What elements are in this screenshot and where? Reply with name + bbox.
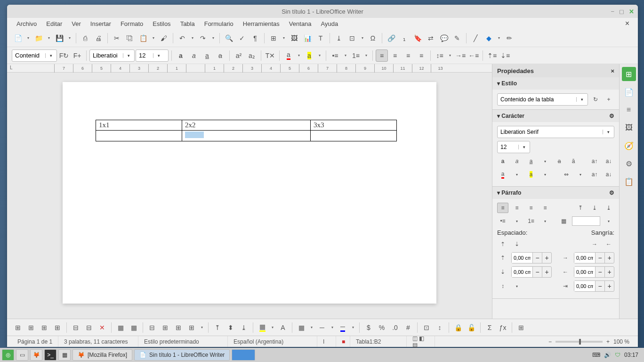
gear-icon[interactable]: ⚙ (609, 189, 614, 196)
delete-table-button[interactable]: ✕ (96, 321, 108, 334)
menu-estilos[interactable]: Estilos (149, 19, 174, 28)
taskbar-firefox[interactable]: 🦊 [Mozilla Firefox] (72, 349, 132, 361)
new-style-side-button[interactable]: + (603, 94, 614, 105)
table-cell[interactable]: 2x2 (182, 120, 310, 131)
valign-top-button[interactable]: ⤒ (211, 321, 224, 334)
number-format-percent-button[interactable]: % (376, 321, 388, 334)
side-vert-center-button[interactable]: ⤓ (589, 203, 600, 213)
paste-button[interactable]: 📋 (137, 32, 149, 44)
sidebar-close-button[interactable]: × (611, 67, 614, 74)
side-decrease-size-button[interactable]: a↓ (603, 169, 614, 180)
side-highlight-dropdown[interactable]: ▾ (539, 169, 551, 180)
sidebar-tab-manage[interactable]: 📋 (622, 174, 636, 189)
italic-button[interactable]: a (188, 49, 200, 62)
optimize-button[interactable]: ⊞ (185, 321, 198, 334)
font-name-input[interactable] (90, 52, 123, 59)
line-button[interactable]: ╱ (469, 32, 482, 44)
side-align-center-button[interactable]: ≡ (511, 203, 523, 213)
update-style-button[interactable]: F↻ (58, 49, 70, 62)
bold-button[interactable]: a (175, 49, 187, 62)
menu-ventana[interactable]: Ventana (285, 19, 315, 28)
align-center-button[interactable]: ≡ (389, 49, 401, 62)
clone-format-button[interactable]: 🖌 (158, 32, 170, 44)
menu-ver[interactable]: Ver (68, 19, 85, 28)
spinner-up[interactable]: + (542, 253, 551, 263)
cut-button[interactable]: ✂ (111, 32, 123, 44)
side-char-spacing-dropdown[interactable]: ▾ (575, 169, 586, 180)
dec-para-space-button[interactable]: ⇣ (511, 239, 523, 249)
gear-icon[interactable]: ⚙ (609, 113, 614, 119)
sort-button[interactable]: ↕ (434, 321, 446, 334)
insert-field-button[interactable]: ⊡ (346, 32, 358, 44)
side-align-justify-button[interactable]: ≡ (539, 203, 551, 213)
spinner-up[interactable]: + (542, 267, 551, 277)
insert-chart-button[interactable]: 📊 (301, 32, 314, 44)
side-bold-button[interactable]: a (497, 156, 508, 166)
dec-indent-button[interactable]: ← (603, 239, 614, 249)
zoom-value[interactable]: 100 % (613, 338, 629, 345)
redo-dropdown[interactable]: ▾ (210, 32, 217, 44)
paragraph-style-dropdown[interactable]: ▾ (45, 53, 56, 58)
style-section-header[interactable]: ▾ Estilo (492, 77, 619, 90)
zoom-slider[interactable] (555, 341, 603, 343)
font-size-input[interactable] (136, 52, 153, 59)
superscript-button[interactable]: a² (233, 49, 245, 62)
side-italic-button[interactable]: a (511, 156, 523, 166)
bullet-list-button[interactable]: •≡ (329, 49, 341, 62)
insert-special-char-button[interactable]: Ω (367, 32, 379, 44)
space-below-spinner[interactable]: − + (511, 266, 552, 278)
taskbar-writer-extra[interactable] (232, 349, 255, 361)
optimize-dropdown[interactable]: ▾ (199, 321, 205, 334)
insert-footnote-button[interactable]: ₁ (398, 32, 411, 44)
spellcheck-button[interactable]: ✓ (236, 32, 248, 44)
side-subscript-button[interactable]: a↓ (603, 156, 614, 166)
paste-dropdown[interactable]: ▾ (150, 32, 157, 44)
paragraph-style-combo[interactable]: ▾ (12, 49, 57, 62)
side-vert-top-button[interactable]: ⤒ (575, 203, 586, 213)
status-selection-mode[interactable]: ■ (336, 336, 350, 347)
spinner-up[interactable]: + (604, 267, 614, 277)
clock[interactable]: 03:17 (624, 352, 638, 358)
bg-color-swatch[interactable] (572, 216, 600, 226)
delete-col-button[interactable]: ⊟ (83, 321, 95, 334)
undo-button[interactable]: ↶ (176, 32, 188, 44)
strikethrough-button[interactable]: a (214, 49, 226, 62)
insert-table-dropdown[interactable]: ▾ (281, 32, 287, 44)
insert-comment-button[interactable]: 💬 (438, 32, 450, 44)
char-font-dropdown[interactable]: ▾ (603, 130, 614, 134)
formula-button[interactable]: ƒx (497, 321, 509, 334)
keyboard-icon[interactable]: ⌨ (592, 352, 600, 358)
border-style-dropdown[interactable]: ▾ (329, 321, 336, 334)
draw-functions-button[interactable]: ✏ (503, 32, 515, 44)
highlight-dropdown[interactable]: ▾ (316, 49, 323, 62)
menu-editar[interactable]: Editar (42, 19, 66, 28)
start-menu-button[interactable]: ◎ (2, 349, 14, 361)
insert-pagebreak-button[interactable]: ⤓ (333, 32, 345, 44)
insert-col-left-button[interactable]: ⊞ (38, 321, 50, 334)
open-button[interactable]: 📁 (32, 32, 45, 44)
side-bg-color-dropdown[interactable]: ▾ (603, 216, 614, 226)
inc-para-space-button[interactable]: ⇡ (497, 239, 508, 249)
spinner-down[interactable]: − (532, 253, 542, 263)
side-number-button[interactable]: 1≡ (525, 216, 537, 226)
para-style-combo[interactable]: ▾ (497, 93, 588, 106)
side-bg-color-button[interactable]: ▦ (558, 216, 569, 226)
increase-para-space-button[interactable]: ⇡≡ (486, 49, 498, 62)
para-style-dropdown[interactable]: ▾ (576, 97, 588, 102)
borders-button[interactable]: ▦ (295, 321, 307, 334)
shield-icon[interactable]: 🛡 (615, 352, 620, 358)
spinner-down[interactable]: − (595, 267, 604, 277)
insert-field-dropdown[interactable]: ▾ (359, 32, 366, 44)
font-name-combo[interactable]: ▾ (89, 49, 135, 62)
indent-after-spinner[interactable]: − + (574, 266, 614, 278)
first-line-indent-spinner[interactable]: − + (574, 280, 614, 292)
table-cell-selected[interactable] (182, 131, 310, 141)
sidebar-tab-styles[interactable]: ≡ (622, 103, 636, 117)
insert-hyperlink-button[interactable]: 🔗 (385, 32, 397, 44)
terminal-launcher[interactable]: >_ (44, 349, 56, 361)
undo-dropdown[interactable]: ▾ (189, 32, 196, 44)
menu-formulario[interactable]: Formulario (201, 19, 237, 28)
paragraph-section-header[interactable]: ▾ Párrafo ⚙ (492, 187, 619, 199)
bullet-list-dropdown[interactable]: ▾ (342, 49, 349, 62)
decrease-para-space-button[interactable]: ⇣≡ (499, 49, 511, 62)
